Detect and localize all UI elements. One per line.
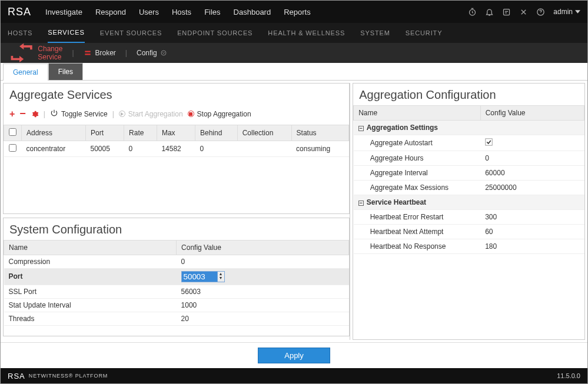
svg-rect-4 (85, 54, 90, 55)
table-row[interactable]: concentrator 50005 0 14582 0 consuming (4, 141, 349, 157)
nav-reports[interactable]: Reports (284, 8, 311, 16)
syscfg-name-header: Name (4, 240, 177, 255)
timer-icon[interactable] (468, 8, 477, 16)
select-all-checkbox[interactable] (9, 128, 16, 136)
aggcfg-row-interval[interactable]: Aggregate Interval 60000 (354, 166, 584, 181)
aggcfg-row-hb-no-response[interactable]: Heartbeat No Response 180 (354, 239, 584, 254)
subnav-event-sources[interactable]: EVENT SOURCES (100, 24, 162, 42)
remove-service-button[interactable]: − (19, 108, 26, 120)
syscfg-row-compression[interactable]: Compression 0 (4, 255, 349, 268)
system-configuration-title: System Configuration (4, 218, 349, 240)
toggle-service-button[interactable]: Toggle Service (50, 109, 108, 119)
tools-icon[interactable] (519, 8, 528, 16)
cell-address: concentrator (22, 141, 86, 157)
subnav-endpoint-sources[interactable]: ENDPOINT SOURCES (177, 24, 253, 42)
aggcfg-name-header: Name (354, 106, 480, 121)
collapse-icon[interactable]: − (358, 201, 364, 206)
cell-behind: 0 (195, 141, 238, 157)
svg-point-5 (161, 51, 166, 55)
crumb-separator: | (72, 49, 74, 57)
aggcfg-row-hours[interactable]: Aggregate Hours 0 (354, 151, 584, 166)
svg-rect-1 (504, 9, 510, 15)
collapse-icon[interactable]: − (358, 126, 364, 131)
subnav-hosts[interactable]: HOSTS (8, 24, 32, 42)
cell-status: consuming (291, 141, 349, 157)
svg-rect-6 (486, 139, 492, 145)
col-port[interactable]: Port (86, 125, 124, 141)
breadcrumb-config[interactable]: Config (137, 49, 167, 57)
footer-brand: RSA (8, 372, 25, 380)
col-collection[interactable]: Collection (237, 125, 291, 141)
config-tabs: General Files (1, 63, 587, 81)
group-service-heartbeat[interactable]: −Service Heartbeat (354, 195, 584, 210)
brand-logo: RSA (8, 6, 31, 18)
start-aggregation-button: Start Aggregation (119, 110, 183, 118)
stop-aggregation-button[interactable]: Stop Aggregation (188, 110, 251, 118)
footer: RSA NETWITNESS® PLATFORM 11.5.0.0 (1, 368, 587, 383)
system-configuration-table: Name Config Value Compression 0 Port (4, 240, 349, 326)
aggcfg-row-autostart[interactable]: Aggregate Autostart (354, 135, 584, 151)
nav-respond[interactable]: Respond (95, 8, 126, 16)
port-increment[interactable]: ▲ (218, 272, 224, 276)
help-icon[interactable] (536, 8, 545, 16)
tab-files[interactable]: Files (48, 63, 83, 80)
aggregate-services-toolbar: + − | Toggle Service | Start Aggregation… (4, 105, 349, 125)
service-settings-button[interactable] (31, 110, 39, 118)
bell-icon[interactable] (485, 8, 494, 16)
footer-version: 11.5.0.0 (557, 372, 580, 379)
aggregation-configuration-title: Aggregation Configuration (353, 84, 584, 105)
breadcrumb-broker: Broker (84, 49, 116, 57)
port-spinner[interactable]: ▲ ▼ (181, 271, 225, 282)
col-rate[interactable]: Rate (124, 125, 157, 141)
footer-product: NETWITNESS® PLATFORM (29, 373, 108, 379)
col-max[interactable]: Max (157, 125, 195, 141)
admin-menu[interactable]: admin (553, 8, 580, 16)
cell-max: 14582 (157, 141, 195, 157)
nav-users[interactable]: Users (139, 8, 159, 16)
subnav-health-wellness[interactable]: HEALTH & WELLNESS (268, 24, 345, 42)
change-service-link[interactable]: Change Service (9, 40, 62, 65)
nav-hosts[interactable]: Hosts (172, 8, 191, 16)
cell-port: 50005 (86, 141, 124, 157)
left-column: Aggregate Services + − | Toggle Service … (3, 83, 350, 340)
syscfg-row-stat-interval[interactable]: Stat Update Interval 1000 (4, 298, 349, 312)
aggcfg-row-hb-next-attempt[interactable]: Heartbeat Next Attempt 60 (354, 225, 584, 239)
aggregate-services-table: Address Port Rate Max Behind Collection … (4, 125, 349, 157)
add-service-button[interactable]: + (9, 109, 15, 119)
aggcfg-value-header: Config Value (480, 106, 584, 121)
syscfg-row-threads[interactable]: Threads 20 (4, 312, 349, 325)
sub-nav: HOSTS SERVICES EVENT SOURCES ENDPOINT SO… (1, 23, 587, 43)
aggregate-services-title: Aggregate Services (4, 84, 349, 105)
syscfg-row-ssl-port[interactable]: SSL Port 56003 (4, 285, 349, 298)
crumb-separator: | (125, 49, 127, 57)
port-input[interactable] (182, 272, 217, 282)
col-status[interactable]: Status (291, 125, 349, 141)
syscfg-row-port[interactable]: Port ▲ ▼ (4, 268, 349, 285)
nav-files[interactable]: Files (204, 8, 220, 16)
group-aggregation-settings[interactable]: −Aggregation Settings (354, 121, 584, 135)
tab-general[interactable]: General (3, 64, 48, 81)
subnav-security[interactable]: SECURITY (406, 24, 443, 42)
main-content: Aggregate Services + − | Toggle Service … (1, 81, 587, 342)
nav-investigate[interactable]: Investigate (45, 8, 82, 16)
nav-dashboard[interactable]: Dashboard (234, 8, 271, 16)
breadcrumb-bar: Change Service | Broker | Config (1, 43, 587, 63)
aggregation-configuration-table: Name Config Value −Aggregation Settings … (353, 105, 584, 254)
aggregate-services-panel: Aggregate Services + − | Toggle Service … (3, 83, 350, 214)
subnav-system[interactable]: SYSTEM (360, 24, 390, 42)
row-checkbox[interactable] (9, 144, 16, 152)
aggcfg-row-hb-error-restart[interactable]: Heartbeat Error Restart 300 (354, 210, 584, 225)
port-decrement[interactable]: ▼ (218, 276, 224, 280)
system-configuration-panel: System Configuration Name Config Value C… (3, 218, 350, 336)
jobs-icon[interactable] (502, 8, 511, 16)
autostart-checkbox[interactable] (485, 138, 493, 148)
col-address[interactable]: Address (22, 125, 86, 141)
syscfg-value-header: Config Value (177, 240, 349, 255)
apply-button[interactable]: Apply (258, 348, 330, 363)
svg-rect-3 (85, 51, 90, 52)
right-column: Aggregation Configuration Name Config Va… (353, 83, 585, 340)
col-behind[interactable]: Behind (195, 125, 238, 141)
cell-collection (237, 141, 291, 157)
aggcfg-row-max-sessions[interactable]: Aggregate Max Sessions 25000000 (354, 181, 584, 195)
cell-rate: 0 (124, 141, 157, 157)
